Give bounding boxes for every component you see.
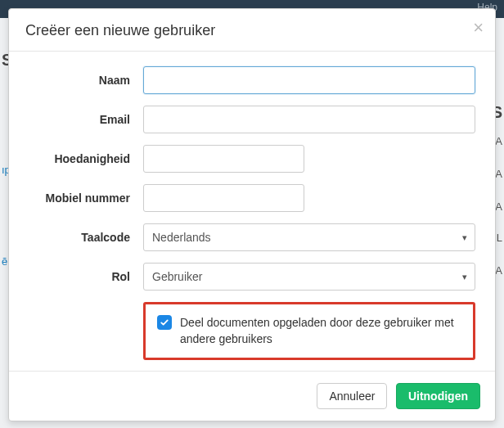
cancel-button[interactable]: Annuleer: [317, 383, 387, 409]
name-label: Naam: [29, 74, 143, 87]
modal-header: Creëer een nieuwe gebruiker ×: [9, 9, 495, 52]
background-text: ĕ: [2, 255, 7, 268]
background-text: A: [495, 168, 502, 180]
field-row-email: Email: [29, 106, 475, 133]
mobile-label: Mobiel nummer: [29, 191, 143, 205]
modal-footer: Annuleer Uitnodigen: [9, 371, 495, 421]
modal-title: Creëer een nieuwe gebruiker: [25, 22, 479, 39]
check-icon: [160, 318, 169, 327]
close-button[interactable]: ×: [473, 19, 484, 37]
field-row-role: Rol Gebruiker ▾: [29, 263, 475, 291]
capacity-label: Hoedanigheid: [29, 152, 143, 165]
field-row-language: Taalcode Nederlands ▾: [29, 223, 475, 251]
background-text: A: [495, 135, 502, 147]
share-documents-checkbox[interactable]: [157, 315, 172, 330]
email-input[interactable]: [143, 106, 475, 133]
share-documents-label: Deel documenten opgeladen door deze gebr…: [180, 314, 461, 348]
name-input[interactable]: [143, 66, 475, 94]
modal-body: Naam Email Hoedanigheid Mobiel nummer Ta…: [9, 52, 495, 368]
field-row-capacity: Hoedanigheid: [29, 145, 475, 173]
share-documents-highlight: Deel documenten opgeladen door deze gebr…: [143, 302, 475, 360]
background-text: A: [495, 200, 502, 213]
language-select[interactable]: Nederlands: [143, 223, 475, 251]
field-row-name: Naam: [29, 66, 475, 94]
background-text: L: [497, 232, 502, 244]
mobile-input[interactable]: [143, 184, 304, 212]
capacity-input[interactable]: [143, 145, 304, 173]
language-label: Taalcode: [29, 231, 143, 244]
field-row-mobile: Mobiel nummer: [29, 184, 475, 212]
email-label: Email: [29, 113, 143, 126]
role-label: Rol: [29, 270, 143, 283]
role-select[interactable]: Gebruiker: [143, 263, 475, 291]
create-user-modal: Creëer een nieuwe gebruiker × Naam Email…: [8, 8, 496, 421]
background-text: A: [495, 264, 502, 277]
invite-button[interactable]: Uitnodigen: [396, 383, 480, 409]
